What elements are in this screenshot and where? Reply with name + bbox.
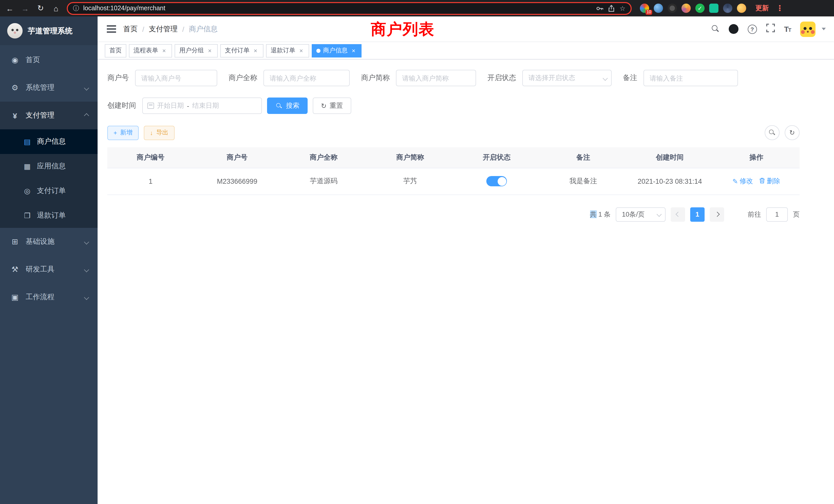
avatar[interactable] (800, 21, 815, 37)
prev-page-button[interactable] (671, 207, 685, 222)
tab-pay-order[interactable]: 支付订单 × (220, 44, 263, 57)
add-button[interactable]: + 新增 (107, 125, 139, 140)
delete-link[interactable]: 删除 (759, 177, 780, 186)
app-grid-icon: ▦ (23, 162, 32, 170)
key-icon[interactable] (596, 4, 604, 12)
filter-merchant-full-name: 商户全称 (228, 70, 350, 86)
remark-input[interactable] (643, 70, 738, 86)
merchant-short-name-input[interactable] (396, 70, 476, 86)
pagination: 共 1 条 10条/页 1 前往 页 (107, 207, 799, 222)
button-label: 导出 (156, 128, 169, 137)
sidebar-item-pay-order[interactable]: ◎ 支付订单 (0, 179, 97, 203)
close-icon[interactable]: × (350, 47, 357, 54)
pagination-total-suffix: 条 (604, 210, 611, 218)
filter-create-time: 创建时间 开始日期 - 结束日期 (107, 97, 262, 114)
goto-page-input[interactable] (766, 207, 788, 222)
sidebar-item-payment[interactable]: ¥ 支付管理 (0, 101, 97, 129)
sidebar-item-refund-order[interactable]: ❐ 退款订单 (0, 203, 97, 228)
yen-icon: ¥ (10, 111, 20, 120)
sidebar-item-infra[interactable]: ⊞ 基础设施 (0, 228, 97, 256)
close-icon[interactable]: × (298, 47, 305, 54)
font-size-icon[interactable]: TT (784, 25, 791, 33)
extension-icon[interactable] (654, 4, 663, 13)
toolbar-right: ↻ (765, 125, 799, 140)
close-icon[interactable]: × (252, 47, 259, 54)
extension-icon[interactable] (681, 4, 691, 13)
extension-icon[interactable]: 10 (640, 4, 649, 13)
active-tab-dot (316, 48, 321, 53)
logo[interactable]: 芋道管理系统 (0, 17, 97, 45)
refund-doc-icon: ❐ (23, 211, 32, 220)
bookmark-star-icon[interactable]: ☆ (620, 4, 626, 12)
status-select[interactable]: 请选择开启状态 (522, 70, 612, 86)
close-icon[interactable]: × (161, 47, 168, 54)
sidebar-item-system[interactable]: ⚙ 系统管理 (0, 74, 97, 101)
reload-icon[interactable]: ↻ (36, 4, 45, 13)
avatar-caret-icon[interactable] (822, 28, 826, 30)
browser-update-button[interactable]: 更新 (755, 4, 769, 13)
tab-user-group[interactable]: 用户分组 × (175, 44, 218, 57)
tab-refund-order[interactable]: 退款订单 × (266, 44, 309, 57)
fullscreen-icon[interactable] (766, 24, 775, 35)
status-toggle[interactable] (487, 176, 507, 186)
sidebar-item-label: 研发工具 (26, 265, 54, 274)
date-range-picker[interactable]: 开始日期 - 结束日期 (142, 97, 262, 114)
cell-merchant-id: 1 (107, 168, 194, 194)
breadcrumb-item[interactable]: 首页 (123, 24, 138, 33)
address-bar[interactable]: ⓘ localhost:1024/pay/merchant ☆ (67, 2, 632, 15)
refresh-icon: ↻ (321, 102, 327, 110)
close-icon[interactable]: × (206, 47, 213, 54)
extension-badge: 10 (645, 10, 652, 15)
sidebar-item-devtools[interactable]: ⚒ 研发工具 (0, 256, 97, 283)
merchant-no-input[interactable] (135, 70, 217, 86)
site-info-icon[interactable]: ⓘ (73, 4, 79, 13)
share-icon[interactable] (608, 4, 615, 12)
extension-icon[interactable]: ✓ (695, 4, 705, 13)
sidebar-item-label: 基础设施 (26, 237, 54, 246)
edit-link[interactable]: ✎ 修改 (732, 177, 753, 186)
tab-home[interactable]: 首页 (105, 44, 126, 57)
reset-button[interactable]: ↻ 重置 (313, 97, 351, 114)
breadcrumb-item[interactable]: 支付管理 (149, 24, 178, 33)
search-button[interactable]: 搜索 (267, 97, 308, 114)
filter-status: 开启状态 请选择开启状态 (487, 70, 612, 86)
toggle-search-button[interactable] (765, 125, 780, 140)
tab-label: 流程表单 (133, 46, 158, 55)
col-header: 商户全称 (280, 147, 367, 168)
merchant-full-name-input[interactable] (263, 70, 350, 86)
sidebar-item-merchant-info[interactable]: ▤ 商户信息 (0, 129, 97, 154)
col-header: 操作 (713, 147, 799, 168)
extension-icon[interactable] (667, 4, 677, 13)
page-number-1[interactable]: 1 (690, 207, 705, 222)
sidebar-item-label: 首页 (26, 55, 40, 65)
home-icon[interactable]: ⌂ (51, 4, 61, 13)
sidebar-item-label: 应用信息 (37, 162, 66, 171)
tab-label: 商户信息 (323, 46, 348, 55)
sidebar-toggle-icon[interactable] (107, 28, 116, 30)
sidebar-item-home[interactable]: ◉ 首页 (0, 46, 97, 74)
search-icon[interactable] (711, 25, 719, 33)
tab-merchant-info[interactable]: 商户信息 × (312, 44, 361, 57)
sidebar-item-workflow[interactable]: ▣ 工作流程 (0, 283, 97, 311)
tab-label: 首页 (109, 46, 122, 55)
extension-icon[interactable] (737, 4, 746, 13)
extension-icon[interactable] (709, 4, 719, 13)
back-icon[interactable]: ← (5, 4, 14, 13)
page-size-select[interactable]: 10条/页 (616, 207, 665, 222)
browser-menu-icon[interactable]: ⋮ (775, 4, 785, 13)
top-navbar: 首页 / 支付管理 / 商户信息 ? TT (97, 17, 834, 42)
tab-process-form[interactable]: 流程表单 × (129, 44, 172, 57)
pagination-total-prefix: 共 (590, 210, 596, 218)
sidebar-item-label: 支付订单 (37, 186, 66, 196)
github-icon[interactable] (728, 24, 738, 34)
forward-icon[interactable]: → (21, 4, 30, 13)
extension-icon[interactable] (723, 4, 732, 13)
sidebar-item-app-info[interactable]: ▦ 应用信息 (0, 154, 97, 179)
table-toolbar: + 新增 ↓ 导出 ↻ (107, 125, 799, 140)
refresh-table-button[interactable]: ↻ (785, 125, 799, 140)
merchant-card-icon: ▤ (23, 138, 32, 146)
export-button[interactable]: ↓ 导出 (144, 125, 175, 140)
col-header: 商户号 (194, 147, 280, 168)
next-page-button[interactable] (710, 207, 724, 222)
help-icon[interactable]: ? (747, 24, 757, 33)
